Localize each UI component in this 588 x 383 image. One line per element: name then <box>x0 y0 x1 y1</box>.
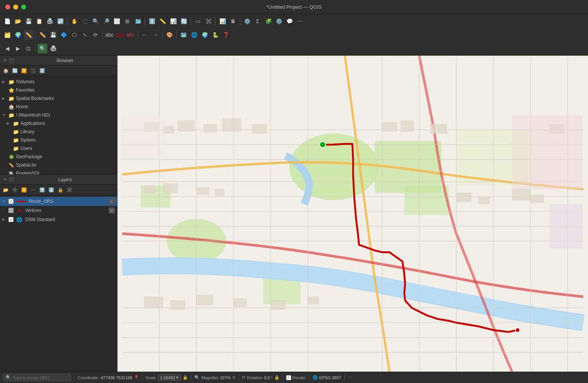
help-icon[interactable]: 💬 <box>285 16 294 26</box>
locate-input[interactable] <box>13 375 69 380</box>
zoom-layer-icon[interactable]: 🗺️ <box>133 16 143 26</box>
render-group[interactable]: ✓ Render <box>286 375 306 380</box>
rotation-lock-icon[interactable]: 🔒 <box>274 375 280 380</box>
zoom-out-icon[interactable]: 🔎 <box>101 16 111 26</box>
new-project-icon[interactable]: 📄 <box>2 16 12 26</box>
label-icon[interactable]: abc <box>105 30 114 40</box>
python-icon[interactable]: Σ <box>253 16 263 26</box>
zoom-in-icon[interactable]: 🔍 <box>91 16 100 26</box>
browser-item-geopackage[interactable]: 🟢 GeoPackage <box>0 153 117 161</box>
browser-collapse-icon[interactable]: ⬛ <box>29 67 37 75</box>
maximize-button[interactable] <box>21 5 26 9</box>
statistics-icon[interactable]: 📊 <box>168 16 178 26</box>
browser-item-library[interactable]: 📁 Library <box>0 128 117 136</box>
browser-item-home[interactable]: 🏠 Home <box>0 103 117 111</box>
epsg-group[interactable]: 🌐 EPSG:3857 <box>313 375 341 380</box>
arrow-right-icon[interactable]: → <box>150 30 160 40</box>
browser-item-spatial-bookmarks[interactable]: ▶ 📁 Spatial Bookmarks <box>0 94 117 103</box>
vertices-checkbox[interactable] <box>8 208 14 213</box>
field-calc-icon[interactable]: 🖩 <box>228 16 238 26</box>
browser-item-postgresql[interactable]: 🐘 PostgreSQL <box>0 169 117 174</box>
browser-item-system[interactable]: 📁 System <box>0 136 117 144</box>
browser-item-applications[interactable]: ▶ 📁 Applications <box>0 119 117 128</box>
browser-item-spatialite[interactable]: ✏️ SpatiaLite <box>0 161 117 169</box>
layer-item-vertices[interactable]: Vertices ≡ <box>0 206 117 215</box>
vertices-menu-button[interactable]: ≡ <box>109 207 115 213</box>
georef-icon[interactable]: 🗺️ <box>178 30 188 40</box>
layers-filter-icon[interactable]: 🔽 <box>20 186 28 194</box>
measure-icon[interactable]: 📏 <box>158 16 167 26</box>
scale-selector[interactable]: 1:16452 ▾ <box>158 374 181 381</box>
plugins-icon[interactable]: 🧩 <box>263 16 273 26</box>
print-icon[interactable]: 🖨️ <box>45 16 55 26</box>
open-project-icon[interactable]: 📂 <box>13 16 23 26</box>
undo-icon[interactable]: ↩️ <box>55 16 65 26</box>
map-canvas[interactable] <box>117 56 588 372</box>
minimize-button[interactable] <box>13 5 18 9</box>
lock-scale-icon[interactable]: 🔒 <box>183 375 188 380</box>
window-controls[interactable] <box>5 5 26 9</box>
epsg-value[interactable]: EPSG:3857 <box>319 375 341 380</box>
zoom-prev-icon[interactable]: ◀ <box>2 44 12 53</box>
add-feature-icon[interactable]: 🔷 <box>59 30 69 40</box>
layers-undock-button[interactable]: ⤢ <box>9 177 14 182</box>
settings-icon[interactable]: ⚙️ <box>274 16 284 26</box>
browser-item-mac-hd[interactable]: ▼ 📁 / (Macintosh HD) <box>0 111 117 119</box>
save-as-icon[interactable]: 📋 <box>34 16 44 26</box>
browser-item-users[interactable]: 📁 Users <box>0 144 117 153</box>
style-icon[interactable]: 🎨 <box>164 30 174 40</box>
browser-info-icon[interactable]: ℹ️ <box>38 67 46 75</box>
arrow-left-icon[interactable]: ← <box>140 30 150 40</box>
layers-remove-icon[interactable]: ✖️ <box>65 186 74 194</box>
layers-close-button[interactable]: ✕ <box>2 177 8 182</box>
help2-icon[interactable]: ❓ <box>221 30 231 40</box>
label3-icon[interactable]: abc <box>126 30 136 40</box>
zoom-native-icon[interactable]: ⊡ <box>23 44 33 53</box>
layers-more-icon[interactable]: ⋯ <box>29 186 37 194</box>
refresh-icon[interactable]: 🔄 <box>179 16 189 26</box>
move-icon[interactable]: ⤡ <box>80 30 90 40</box>
layers-add-icon[interactable]: ➕ <box>11 186 19 194</box>
layers-down-icon[interactable]: ⬇️ <box>47 186 55 194</box>
close-button[interactable] <box>5 5 10 9</box>
browser-refresh-icon[interactable]: 🔄 <box>11 67 19 75</box>
browser-close-button[interactable]: ✕ <box>2 58 8 63</box>
browser-home-icon[interactable]: 🏠 <box>2 67 10 75</box>
layer-item-route-ors[interactable]: ▼ ✓ Route_ORS ≡ <box>0 197 117 206</box>
osm-checkbox[interactable]: ✓ <box>8 217 14 222</box>
layers-up-icon[interactable]: ⬆️ <box>38 186 46 194</box>
rotate-icon[interactable]: ⟳ <box>91 30 100 40</box>
python2-icon[interactable]: 🐍 <box>210 30 220 40</box>
zoom-extent-icon[interactable]: ⬜ <box>112 16 122 26</box>
layer-item-osm[interactable]: ▶ ✓ 🌐 OSM Standard <box>0 215 117 224</box>
quick-print-icon[interactable]: 🖨️ <box>48 44 58 53</box>
label2-icon[interactable]: abc <box>115 30 125 40</box>
locate-bar[interactable]: 🔍 <box>3 374 71 381</box>
browser-filter-icon[interactable]: 🔽 <box>20 67 28 75</box>
route-ors-menu-button[interactable]: ≡ <box>109 198 115 204</box>
attribute-table-icon[interactable]: 📊 <box>217 16 227 26</box>
identify-icon[interactable]: ℹ️ <box>147 16 157 26</box>
zoom-full-icon[interactable]: ⊞ <box>122 16 132 26</box>
digitize-icon[interactable]: ✏️ <box>23 30 33 40</box>
map-area[interactable] <box>117 56 588 372</box>
edit-icon[interactable]: ✏️ <box>38 30 47 40</box>
select-rect-icon[interactable]: ▭ <box>193 16 203 26</box>
layer-icon[interactable]: 🗂️ <box>2 30 12 40</box>
browser-undock-button[interactable]: ⤢ <box>9 58 14 63</box>
browser-item-volumes[interactable]: ▶ 📁 /Volumes <box>0 78 117 86</box>
route-ors-checkbox[interactable]: ✓ <box>8 199 14 204</box>
pan-icon[interactable]: ✋ <box>69 16 79 26</box>
globe2-icon[interactable]: 🌐 <box>189 30 199 40</box>
zoom-next-icon[interactable]: ▶ <box>13 44 23 53</box>
save-edits-icon[interactable]: 💾 <box>48 30 58 40</box>
wcs-icon[interactable]: 🌍 <box>200 30 210 40</box>
render-checkbox[interactable]: ✓ <box>286 375 291 380</box>
locate-icon[interactable]: 🔍 <box>38 44 47 53</box>
deselect-icon[interactable]: ✖️ <box>203 16 213 26</box>
messages-button[interactable]: ⋯ <box>348 375 352 380</box>
select-icon[interactable]: ⬚ <box>80 16 90 26</box>
vertex-tool-icon[interactable]: ⬡ <box>69 30 79 40</box>
processing-icon[interactable]: ⚙️ <box>242 16 252 26</box>
magnifier-clear-icon[interactable]: ✕ <box>232 375 236 380</box>
